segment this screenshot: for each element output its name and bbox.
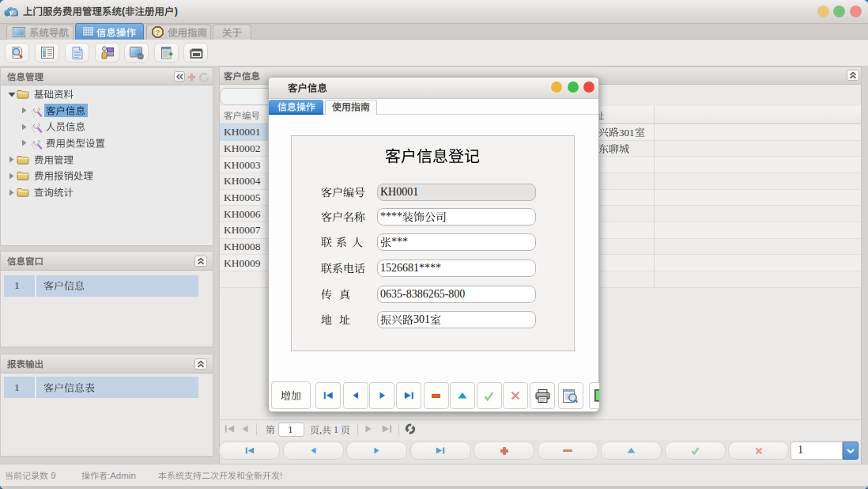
svg-text:?: ? (156, 28, 160, 36)
svg-text:y: y (8, 8, 13, 17)
